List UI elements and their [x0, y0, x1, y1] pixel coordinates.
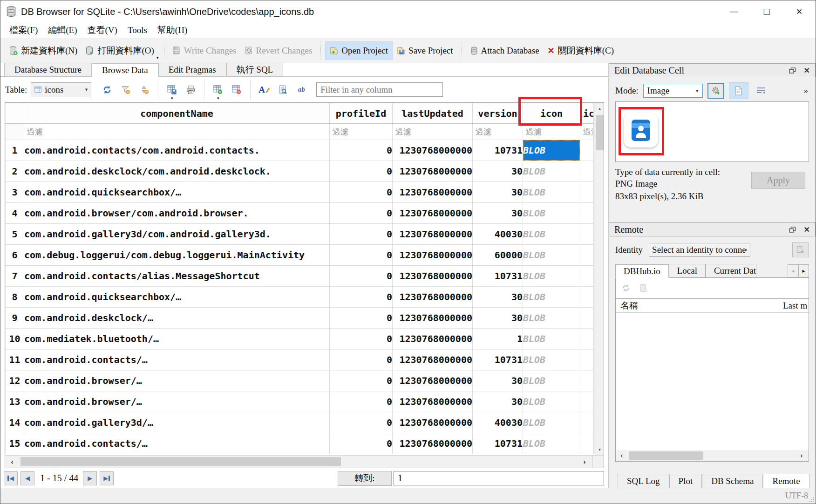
list-header-name[interactable]: 名稱	[616, 300, 779, 312]
filter-cell-lastupdated[interactable]: 過濾	[393, 124, 473, 140]
list-scrollbar-thumb[interactable]	[629, 451, 703, 460]
cell-icon-blob[interactable]: BLOB	[523, 308, 580, 329]
cell-profileid[interactable]: 0	[330, 433, 393, 454]
cell-componentname[interactable]: com.android.browser/…	[24, 391, 330, 412]
cell-icon-blob[interactable]: BLOB	[523, 266, 580, 287]
filter-any-column-input[interactable]	[316, 82, 443, 97]
cell-clipped[interactable]	[580, 308, 594, 329]
cell-lastupdated[interactable]: 1230768000000	[393, 329, 473, 349]
cell-profileid[interactable]: 0	[330, 287, 393, 308]
tab-current-database[interactable]: Current Dat	[706, 264, 756, 277]
column-header-clipped[interactable]: ic	[580, 103, 594, 124]
horizontal-scrollbar-thumb[interactable]	[20, 457, 341, 466]
float-panel-icon[interactable]	[789, 227, 796, 233]
cell-version[interactable]: 30	[473, 308, 523, 329]
clear-sorting-button[interactable]	[136, 82, 152, 98]
cell-icon-blob[interactable]: BLOB	[523, 349, 580, 370]
cell-profileid[interactable]: 0	[330, 412, 393, 433]
refresh-button[interactable]	[99, 82, 115, 98]
cell-icon-blob[interactable]: BLOB	[523, 245, 580, 266]
scroll-left-icon[interactable]: ‹	[616, 450, 628, 461]
menu-tools[interactable]: Tools	[122, 24, 152, 36]
cell-lastupdated[interactable]: 1230768000000	[393, 391, 473, 412]
cell-componentname[interactable]: com.android.contacts/…	[24, 433, 330, 454]
cell-lastupdated[interactable]: 1230768000000	[393, 287, 473, 308]
close-panel-icon[interactable]: ✕	[804, 225, 810, 234]
save-view-button[interactable]: ▾	[164, 82, 180, 98]
menu-file[interactable]: 檔案(F)	[4, 23, 43, 37]
cell-clipped[interactable]	[580, 140, 594, 161]
scroll-right-icon[interactable]: ›	[578, 456, 592, 468]
tab-plot[interactable]: Plot	[669, 474, 702, 488]
cell-lastupdated[interactable]: 1230768000000	[393, 161, 473, 182]
next-record-button[interactable]: ▶	[83, 471, 97, 485]
cell-lastupdated[interactable]: 1230768000000	[393, 433, 473, 454]
upload-database-icon[interactable]	[639, 284, 647, 292]
cell-clipped[interactable]	[580, 287, 594, 308]
cell-profileid[interactable]: 0	[330, 203, 393, 224]
cell-lastupdated[interactable]: 1230768000000	[393, 412, 473, 433]
cell-lastupdated[interactable]: 1230768000000	[393, 266, 473, 287]
first-record-button[interactable]: ◀	[4, 471, 18, 485]
clone-database-button[interactable]	[792, 242, 809, 257]
filter-cell-clipped[interactable]: 過濾	[580, 124, 594, 140]
tab-local[interactable]: Local	[669, 264, 706, 277]
horizontal-scrollbar[interactable]: ‹ ›	[5, 456, 592, 468]
cell-componentname[interactable]: com.android.contacts/alias.MessageShortc…	[24, 266, 330, 287]
filter-cell-version[interactable]: 過濾	[473, 124, 523, 140]
cell-componentname[interactable]: com.android.browser/…	[24, 370, 330, 391]
maximize-button[interactable]: □	[750, 0, 783, 23]
cell-lastupdated[interactable]: 1230768000000	[393, 349, 473, 370]
scroll-up-icon[interactable]: ▴	[594, 103, 604, 114]
write-changes-button[interactable]: Write Changes	[169, 42, 241, 60]
cell-profileid[interactable]: 0	[330, 391, 393, 412]
open-database-dropdown-icon[interactable]: ▾	[156, 55, 159, 60]
cell-lastupdated[interactable]: 1230768000000	[393, 140, 473, 161]
find-in-table-button[interactable]	[275, 82, 291, 98]
cell-icon-blob[interactable]: BLOB	[523, 224, 580, 245]
cell-icon-blob[interactable]: BLOB	[523, 391, 580, 412]
menu-view[interactable]: 查看(V)	[82, 23, 122, 37]
cell-componentname[interactable]: com.mediatek.bluetooth/…	[24, 329, 330, 349]
revert-changes-button[interactable]: Revert Changes	[241, 42, 317, 60]
cell-clipped[interactable]	[580, 266, 594, 287]
cell-version[interactable]: 30	[473, 370, 523, 391]
goto-record-input[interactable]	[394, 471, 604, 485]
insert-record-button[interactable]: ▾	[210, 82, 226, 98]
cell-clipped[interactable]	[580, 349, 594, 370]
attach-database-button[interactable]: Attach Database	[466, 42, 544, 60]
clear-filters-button[interactable]	[118, 82, 134, 98]
column-header-icon[interactable]: icon	[523, 103, 580, 124]
tab-database-structure[interactable]: Database Structure	[4, 63, 92, 76]
cell-componentname[interactable]: com.android.deskclock/com.android.deskcl…	[24, 161, 330, 182]
text-mode-button[interactable]	[729, 82, 748, 99]
list-horizontal-scrollbar[interactable]: ‹ ›	[616, 450, 809, 461]
tab-scroll-right-icon[interactable]: ▸	[798, 264, 809, 277]
tab-execute-sql[interactable]: 執行 SQL	[226, 63, 284, 76]
cell-clipped[interactable]	[580, 412, 594, 433]
tab-sql-log[interactable]: SQL Log	[618, 474, 669, 488]
cell-profileid[interactable]: 0	[330, 224, 393, 245]
cell-icon-blob[interactable]: BLOB	[523, 161, 580, 182]
vertical-scrollbar-thumb[interactable]	[596, 115, 604, 150]
cell-profileid[interactable]: 0	[330, 161, 393, 182]
scroll-right-icon[interactable]: ›	[796, 450, 808, 461]
cell-icon-blob[interactable]: BLOB	[523, 329, 580, 349]
mode-select[interactable]: Image ▾	[643, 84, 703, 98]
cell-lastupdated[interactable]: 1230768000000	[393, 308, 473, 329]
cell-componentname[interactable]: com.android.contacts/…	[24, 349, 330, 370]
cell-clipped[interactable]	[580, 224, 594, 245]
column-header-version[interactable]: version	[473, 103, 523, 124]
cell-lastupdated[interactable]: 1230768000000	[393, 224, 473, 245]
cell-version[interactable]: 30	[473, 287, 523, 308]
open-project-button[interactable]: Open Project	[325, 41, 393, 60]
cell-clipped[interactable]	[580, 329, 594, 349]
menu-edit[interactable]: 編輯(E)	[43, 23, 82, 37]
identity-select[interactable]: Select an identity to conne ▾	[649, 243, 750, 257]
cell-clipped[interactable]	[580, 245, 594, 266]
filter-cell-componentname[interactable]: 過濾	[24, 124, 330, 140]
goto-button[interactable]: 轉到:	[338, 471, 392, 486]
vertical-scrollbar[interactable]: ▴ ▾	[594, 103, 604, 455]
edit-font-button[interactable]: A	[256, 82, 272, 98]
cell-componentname[interactable]: com.android.gallery3d/com.android.galler…	[24, 224, 330, 245]
